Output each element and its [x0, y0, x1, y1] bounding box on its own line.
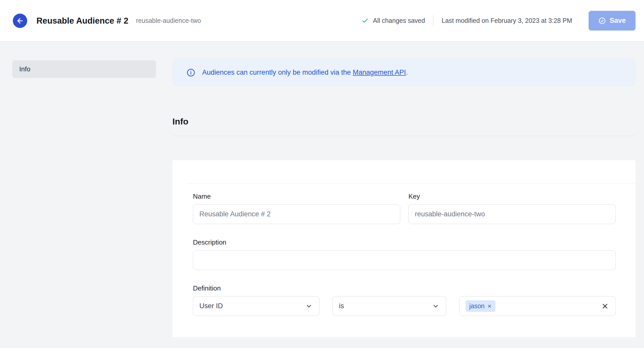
banner-text-before: Audiences can currently only be modified… — [202, 69, 353, 76]
chevron-down-icon — [432, 303, 439, 310]
name-label: Name — [193, 192, 400, 200]
key-input[interactable] — [408, 204, 616, 224]
section-title: Info — [172, 117, 636, 127]
definition-operator-select[interactable]: is — [333, 296, 446, 316]
save-button[interactable]: Save — [589, 11, 636, 31]
trait-select-value: User ID — [199, 302, 223, 310]
page-title: Reusable Audience # 2 — [36, 16, 128, 26]
arrow-left-icon — [16, 17, 24, 25]
banner-message: Audiences can currently only be modified… — [202, 69, 408, 76]
description-label: Description — [193, 238, 616, 246]
management-api-link[interactable]: Management API — [353, 69, 406, 76]
info-card: Name Key Description Definition User ID — [172, 160, 636, 337]
save-status: All changes saved — [362, 17, 425, 24]
save-button-label: Save — [610, 17, 626, 25]
top-bar: Reusable Audience # 2 reusable-audience-… — [0, 0, 644, 42]
clear-values-button[interactable] — [601, 302, 609, 310]
description-input[interactable] — [193, 250, 616, 270]
x-icon — [601, 302, 609, 310]
value-chip: jason — [466, 300, 495, 312]
operator-select-value: is — [339, 302, 344, 310]
main-panel: Audiences can currently only be modified… — [172, 42, 636, 337]
sidebar-item-info[interactable]: Info — [12, 60, 156, 78]
info-icon — [186, 68, 196, 77]
save-status-text: All changes saved — [373, 17, 425, 24]
sidebar-item-label: Info — [19, 65, 30, 73]
page-slug: reusable-audience-two — [136, 17, 201, 24]
header-divider — [433, 15, 433, 26]
check-icon — [362, 17, 369, 24]
card-header-divider — [187, 160, 636, 184]
banner-text-after: . — [406, 69, 408, 76]
definition-label: Definition — [193, 284, 616, 292]
circle-check-icon — [598, 17, 606, 25]
key-label: Key — [408, 192, 616, 200]
info-banner: Audiences can currently only be modified… — [172, 59, 636, 86]
value-chip-label: jason — [469, 302, 485, 310]
sidebar: Info — [0, 42, 172, 337]
definition-value-input[interactable]: jason — [459, 296, 616, 316]
definition-trait-select[interactable]: User ID — [193, 296, 319, 316]
back-button[interactable] — [13, 14, 27, 28]
name-input[interactable] — [193, 204, 400, 224]
info-form: Name Key Description Definition User ID — [172, 184, 636, 316]
chip-remove-x-icon[interactable] — [487, 304, 492, 308]
section-divider — [172, 136, 636, 136]
last-modified-text: Last modified on February 3, 2023 at 3:2… — [442, 17, 572, 24]
chevron-down-icon — [305, 303, 313, 310]
